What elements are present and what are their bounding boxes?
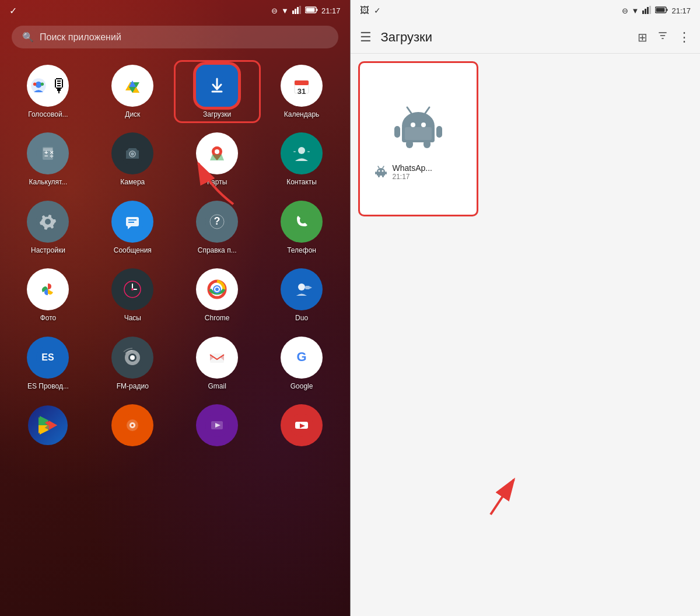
contacts-icon (281, 132, 323, 174)
file-card-container: WhatsAp... 21:17 (360, 63, 477, 215)
app-item-fm[interactable]: FM-радио (90, 330, 175, 397)
svg-line-98 (407, 107, 411, 113)
svg-line-99 (425, 107, 429, 113)
camera-label: Камера (120, 178, 145, 186)
svg-rect-104 (385, 172, 387, 174)
file-card[interactable]: WhatsAp... 21:17 (360, 63, 477, 215)
toolbar-menu-icon[interactable]: ☰ (360, 30, 372, 45)
phone-icon (281, 201, 323, 243)
app-item-es[interactable]: ES ES Провод... (6, 330, 90, 397)
app-item-phone[interactable]: Телефон (260, 194, 344, 261)
svg-text:−  ÷: − ÷ (44, 152, 54, 159)
svg-rect-100 (405, 127, 432, 140)
fm-icon (111, 337, 153, 379)
svg-rect-82 (647, 7, 649, 14)
svg-point-56 (298, 284, 305, 290)
drive-label: Диск (125, 110, 140, 118)
svg-rect-103 (375, 172, 377, 174)
right-panel: 🖼 ✓ ⊖ ▼ 21:17 (351, 0, 701, 616)
app-item-music[interactable] (90, 397, 175, 457)
app-item-settings[interactable]: Настройки (6, 194, 90, 261)
app-item-calendar[interactable]: 31 Календарь (260, 58, 344, 125)
svg-point-63 (130, 355, 135, 360)
app-item-google[interactable]: G Google (260, 330, 344, 397)
right-check-icon: ✓ (374, 6, 381, 15)
app-item-duo[interactable]: Duo (260, 261, 344, 329)
svg-rect-83 (649, 6, 651, 14)
app-item-maps[interactable]: Карты (175, 125, 260, 193)
camera-icon (111, 132, 153, 174)
search-icon: 🔍 (22, 32, 34, 43)
google-label: Google (290, 382, 313, 390)
app-item-drive[interactable]: Диск (90, 58, 175, 125)
svg-text:ES: ES (42, 352, 55, 362)
es-icon: ES (27, 337, 69, 379)
gmail-label: Gmail (208, 382, 226, 390)
duo-icon (281, 268, 323, 310)
toolbar-list-icon[interactable]: ⊞ (638, 30, 648, 44)
right-status-left: 🖼 ✓ (360, 5, 381, 16)
photos-label: Фото (40, 314, 57, 322)
svg-text:?: ? (214, 215, 220, 227)
app-item-messages[interactable]: Сообщения (90, 194, 175, 261)
svg-point-30 (298, 147, 305, 154)
assistant-icon (27, 65, 69, 107)
app-item-movies[interactable] (175, 397, 260, 457)
svg-rect-81 (645, 9, 646, 14)
time-display-left: 21:17 (321, 6, 341, 15)
photo-thumbnail-icon: 🖼 (360, 5, 369, 16)
svg-line-109 (378, 166, 379, 168)
right-battery-icon (655, 6, 668, 15)
search-label: Поиск приложений (40, 32, 121, 43)
app-item-play[interactable] (6, 397, 90, 457)
app-item-help[interactable]: ? Справка п... (175, 194, 260, 261)
clock-icon (111, 268, 153, 310)
messages-label: Сообщения (114, 246, 152, 254)
svg-point-43 (290, 210, 313, 233)
app-item-downloads[interactable]: Загрузки (175, 58, 260, 125)
svg-rect-92 (394, 126, 400, 138)
svg-point-54 (215, 288, 219, 291)
app-item-camera[interactable]: Камера (90, 125, 175, 193)
app-item-contacts[interactable]: Контакты (260, 125, 344, 193)
help-label: Справка п... (198, 246, 237, 254)
chrome-icon (196, 268, 238, 310)
svg-rect-94 (406, 140, 413, 148)
wifi-icon: ▼ (281, 6, 289, 15)
toolbar-filter-icon[interactable] (657, 30, 668, 44)
svg-text:31: 31 (298, 87, 306, 96)
youtube-icon (281, 404, 323, 446)
app-item-gmail[interactable]: Gmail (175, 330, 260, 397)
assistant-label: Голосовой... (28, 110, 68, 118)
app-search-bar[interactable]: 🔍 Поиск приложений (12, 26, 338, 48)
svg-rect-0 (292, 10, 294, 14)
gmail-icon (196, 337, 238, 379)
svg-rect-102 (377, 172, 385, 176)
arrow-annotation-right (479, 456, 549, 528)
photos-icon (27, 268, 69, 310)
svg-text:G: G (297, 349, 307, 364)
calendar-label: Календарь (284, 110, 320, 118)
maps-icon (196, 132, 238, 174)
app-item-assistant[interactable]: Голосовой... (6, 58, 90, 125)
contacts-label: Контакты (286, 178, 317, 186)
app-item-chrome[interactable]: Chrome (175, 261, 260, 329)
music-icon (111, 404, 153, 446)
signal-icon (292, 6, 302, 16)
svg-rect-105 (378, 175, 380, 177)
app-item-photos[interactable]: Фото (6, 261, 90, 329)
app-item-calculator[interactable]: + × − ÷ Калькулят... (6, 125, 90, 193)
svg-rect-93 (436, 126, 442, 138)
svg-rect-17 (295, 80, 309, 85)
svg-rect-2 (297, 7, 299, 14)
app-item-clock[interactable]: Часы (90, 261, 175, 329)
svg-rect-80 (642, 10, 644, 14)
android-icon-small (374, 164, 388, 180)
toolbar-icons: ⊞ ⋮ (638, 30, 691, 45)
toolbar-more-icon[interactable]: ⋮ (678, 30, 691, 45)
app-item-youtube[interactable] (260, 397, 344, 457)
calculator-label: Калькулят... (29, 178, 68, 186)
downloads-label: Загрузки (203, 110, 231, 118)
svg-point-108 (382, 170, 383, 172)
svg-line-110 (383, 166, 384, 168)
